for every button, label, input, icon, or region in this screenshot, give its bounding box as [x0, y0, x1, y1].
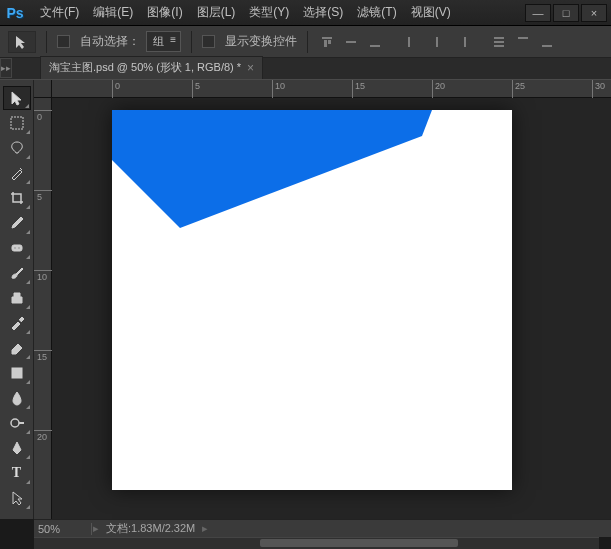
close-button[interactable]: × [581, 4, 607, 22]
svg-rect-1 [324, 40, 327, 47]
document-canvas[interactable] [112, 110, 512, 490]
svg-point-16 [18, 247, 20, 249]
horizontal-scrollbar[interactable] [34, 537, 599, 549]
menu-edit[interactable]: 编辑(E) [87, 1, 139, 24]
workspace: T 0 5 10 15 20 25 30 0 5 10 15 20 [0, 80, 611, 519]
document-tab-title: 淘宝主图.psd @ 50% (形状 1, RGB/8) * [49, 60, 241, 75]
ruler-tick: 10 [272, 80, 285, 98]
history-brush-tool[interactable] [3, 311, 31, 335]
canvas-area: 0 5 10 15 20 25 30 0 5 10 15 20 [34, 80, 611, 519]
svg-rect-2 [328, 40, 331, 44]
doc-size-label: 文档:1.83M/2.32M [100, 521, 201, 536]
svg-rect-17 [12, 368, 22, 378]
eyedropper-tool[interactable] [3, 211, 31, 235]
status-bar: 50% ▸ 文档:1.83M/2.32M ▸ [34, 519, 611, 537]
minimize-button[interactable]: — [525, 4, 551, 22]
move-tool[interactable] [3, 86, 31, 110]
menu-layer[interactable]: 图层(L) [191, 1, 242, 24]
menu-select[interactable]: 选择(S) [297, 1, 349, 24]
move-tool-preset-icon[interactable] [8, 31, 36, 53]
ruler-tick: 5 [192, 80, 200, 98]
toolbox: T [0, 80, 34, 519]
crop-tool[interactable] [3, 186, 31, 210]
paint-bucket-tool[interactable] [3, 361, 31, 385]
show-transform-checkbox[interactable] [202, 35, 215, 48]
svg-point-18 [11, 419, 19, 427]
ruler-horizontal[interactable]: 0 5 10 15 20 25 30 [52, 80, 611, 98]
maximize-button[interactable]: □ [553, 4, 579, 22]
tab-close-icon[interactable]: × [247, 61, 254, 75]
menu-view[interactable]: 视图(V) [405, 1, 457, 24]
target-dropdown[interactable]: 组 [146, 31, 181, 52]
ruler-tick: 0 [112, 80, 120, 98]
status-menu-icon[interactable]: ▸ [201, 520, 209, 537]
menu-image[interactable]: 图像(I) [141, 1, 188, 24]
svg-rect-7 [464, 37, 466, 47]
auto-select-label: 自动选择： [80, 33, 140, 50]
ruler-origin[interactable] [34, 80, 52, 98]
title-bar: Ps 文件(F) 编辑(E) 图像(I) 图层(L) 类型(Y) 选择(S) 滤… [0, 0, 611, 26]
menu-bar: 文件(F) 编辑(E) 图像(I) 图层(L) 类型(Y) 选择(S) 滤镜(T… [34, 1, 525, 24]
magic-wand-tool[interactable] [3, 161, 31, 185]
menu-file[interactable]: 文件(F) [34, 1, 85, 24]
show-transform-label: 显示变换控件 [225, 33, 297, 50]
distribute-bottom-icon[interactable] [538, 33, 556, 51]
ruler-tick: 10 [34, 270, 52, 271]
eraser-tool[interactable] [3, 336, 31, 360]
align-top-icon[interactable] [318, 33, 336, 51]
app-logo: Ps [4, 3, 26, 23]
svg-rect-9 [494, 41, 504, 43]
ruler-tick: 30 [592, 80, 605, 98]
path-select-tool[interactable] [3, 486, 31, 510]
svg-rect-12 [542, 45, 552, 47]
ruler-tick: 5 [34, 190, 52, 191]
svg-marker-19 [112, 110, 432, 228]
svg-rect-6 [436, 37, 438, 47]
svg-rect-5 [408, 37, 410, 47]
status-grip-icon[interactable]: ▸ [92, 520, 100, 537]
align-right-icon[interactable] [452, 33, 470, 51]
svg-rect-0 [322, 37, 332, 39]
ruler-tick: 15 [352, 80, 365, 98]
marquee-tool[interactable] [3, 111, 31, 135]
ruler-tick: 0 [34, 110, 52, 111]
separator [46, 31, 47, 53]
ruler-vertical[interactable]: 0 5 10 15 20 [34, 98, 52, 519]
shape-layer[interactable] [112, 110, 432, 230]
pen-tool[interactable] [3, 436, 31, 460]
svg-rect-13 [11, 117, 23, 129]
separator [191, 31, 192, 53]
distribute-v-icon[interactable] [514, 33, 532, 51]
blur-tool[interactable] [3, 386, 31, 410]
document-tab-bar: 淘宝主图.psd @ 50% (形状 1, RGB/8) * × [0, 58, 611, 80]
scrollbar-thumb[interactable] [260, 539, 458, 547]
svg-rect-11 [518, 37, 528, 39]
lasso-tool[interactable] [3, 136, 31, 160]
align-left-icon[interactable] [404, 33, 422, 51]
options-bar: 自动选择： 组 显示变换控件 [0, 26, 611, 58]
svg-rect-3 [346, 41, 356, 43]
ruler-tick: 15 [34, 350, 52, 351]
distribute-top-icon[interactable] [490, 33, 508, 51]
align-bottom-icon[interactable] [366, 33, 384, 51]
menu-type[interactable]: 类型(Y) [243, 1, 295, 24]
separator [307, 31, 308, 53]
brush-tool[interactable] [3, 261, 31, 285]
window-controls: — □ × [525, 4, 607, 22]
align-vcenter-icon[interactable] [342, 33, 360, 51]
ruler-tick: 20 [432, 80, 445, 98]
document-tab[interactable]: 淘宝主图.psd @ 50% (形状 1, RGB/8) * × [40, 56, 263, 79]
spot-heal-tool[interactable] [3, 236, 31, 260]
zoom-level[interactable]: 50% [34, 523, 92, 535]
menu-filter[interactable]: 滤镜(T) [351, 1, 402, 24]
canvas-viewport[interactable] [52, 98, 611, 519]
svg-point-15 [14, 247, 16, 249]
align-hcenter-icon[interactable] [428, 33, 446, 51]
ruler-tick: 20 [34, 430, 52, 431]
clone-stamp-tool[interactable] [3, 286, 31, 310]
panel-expand-toggle[interactable]: ▸▸ [0, 58, 12, 78]
type-tool[interactable]: T [3, 461, 31, 485]
auto-select-checkbox[interactable] [57, 35, 70, 48]
dodge-tool[interactable] [3, 411, 31, 435]
svg-rect-8 [494, 37, 504, 39]
